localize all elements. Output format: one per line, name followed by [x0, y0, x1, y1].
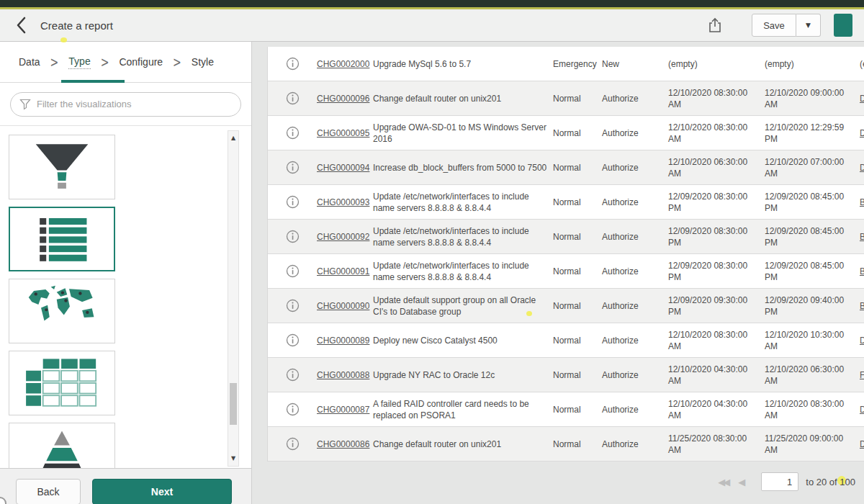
info-icon[interactable]: [286, 333, 300, 347]
viz-type-map[interactable]: [9, 279, 115, 343]
back-button[interactable]: Back: [16, 479, 81, 504]
save-dropdown-button[interactable]: ▼: [796, 14, 821, 37]
table-row[interactable]: CHG0002000 Upgrade MySql 5.6 to 5.7 Emer…: [268, 47, 864, 81]
scroll-down-icon[interactable]: ▼: [228, 453, 238, 464]
state-cell: Authorize: [602, 400, 660, 420]
assignee-link[interactable]: Dav: [860, 439, 864, 449]
table-row[interactable]: CHG0000095 Upgrade OWA-SD-01 to MS Windo…: [268, 116, 864, 150]
info-icon[interactable]: [286, 437, 300, 451]
pyramid-chart-icon: [17, 427, 107, 468]
change-number-link[interactable]: CHG0000089: [317, 336, 369, 346]
table-row[interactable]: CHG0000090 Update default support group …: [268, 289, 864, 323]
share-button[interactable]: [704, 14, 726, 36]
state-cell: New: [602, 54, 660, 74]
assigned-to-cell: Dav: [854, 123, 864, 143]
assignee-link[interactable]: (empty): [860, 59, 864, 69]
save-button[interactable]: Save: [752, 14, 796, 37]
viz-type-heatmap[interactable]: [9, 351, 115, 415]
back-arrow-button[interactable]: [12, 16, 30, 35]
first-page-icon[interactable]: ◀◀: [718, 477, 728, 487]
step-data[interactable]: Data: [19, 56, 40, 68]
row-info-cell: [268, 294, 317, 317]
visualization-filter[interactable]: [10, 92, 241, 117]
row-range-label: to 20 of 100: [806, 477, 855, 487]
change-number-link[interactable]: CHG0002000: [317, 59, 369, 69]
info-icon[interactable]: [286, 402, 300, 416]
assigned-to-cell: Dav: [854, 158, 864, 178]
table-row[interactable]: CHG0000091 Update /etc/network/interface…: [268, 254, 864, 289]
assignee-link[interactable]: Bow: [860, 197, 864, 207]
assignee-link[interactable]: Bow: [860, 266, 864, 276]
change-number-link[interactable]: CHG0000095: [317, 128, 369, 138]
primary-action-button-partial[interactable]: [834, 14, 852, 37]
scrollbar-thumb[interactable]: [230, 383, 237, 425]
change-number-link[interactable]: CHG0000087: [317, 405, 369, 415]
state-cell: Authorize: [602, 123, 660, 143]
previous-page-icon[interactable]: ◀: [738, 477, 745, 487]
info-icon[interactable]: [286, 57, 300, 71]
info-icon[interactable]: [286, 368, 300, 382]
change-table: CHG0002000 Upgrade MySql 5.6 to 5.7 Emer…: [267, 47, 864, 462]
sidebar-scrollbar[interactable]: ▲ ▼: [228, 130, 239, 467]
viz-type-funnel[interactable]: [9, 135, 115, 199]
assignee-link[interactable]: Dav: [860, 405, 864, 415]
priority-cell: Normal: [553, 330, 602, 351]
info-icon[interactable]: [286, 126, 300, 140]
row-info-cell: [268, 122, 317, 144]
info-icon[interactable]: [286, 195, 300, 209]
info-icon[interactable]: [286, 264, 300, 278]
step-style[interactable]: Style: [192, 56, 214, 68]
assignee-link[interactable]: Fre: [860, 370, 864, 380]
planned-start-cell: 12/10/2020 04:30:00 AM: [660, 359, 759, 391]
change-number-link[interactable]: CHG0000094: [317, 163, 369, 173]
funnel-chart-icon: [17, 139, 107, 195]
page-number-input[interactable]: [761, 472, 798, 491]
info-icon[interactable]: [286, 299, 300, 312]
info-icon[interactable]: [286, 161, 300, 174]
state-cell: Authorize: [602, 365, 660, 385]
change-number-link[interactable]: CHG0000088: [317, 370, 369, 380]
table-row[interactable]: CHG0000089 Deploy new Cisco Catalyst 450…: [268, 323, 864, 358]
change-number-cell: CHG0000093: [317, 192, 373, 212]
priority-cell: Normal: [553, 89, 602, 109]
assignee-link[interactable]: Dav: [860, 128, 864, 138]
scroll-up-icon[interactable]: ▲: [228, 132, 238, 144]
assignee-link[interactable]: Dav: [860, 163, 864, 173]
change-number-link[interactable]: CHG0000086: [317, 439, 369, 449]
change-number-cell: CHG0000092: [317, 227, 373, 247]
table-row[interactable]: CHG0000088 Upgrade NY RAC to Oracle 12c …: [268, 358, 864, 392]
change-number-link[interactable]: CHG0000093: [317, 197, 369, 207]
row-info-cell: [268, 260, 317, 282]
table-row[interactable]: CHG0000087 A failed RAID controller card…: [268, 392, 864, 427]
viz-type-pyramid[interactable]: [9, 423, 115, 468]
help-icon-partial: [0, 497, 6, 504]
info-icon[interactable]: [286, 230, 300, 243]
chevron-right-icon: >: [50, 54, 59, 70]
next-button[interactable]: Next: [92, 479, 232, 504]
assignee-link[interactable]: Bow: [860, 301, 864, 311]
short-description-cell: Change default router on unix201: [373, 434, 553, 454]
change-number-link[interactable]: CHG0000096: [317, 94, 369, 104]
assigned-to-cell: Dav: [854, 434, 864, 454]
change-number-link[interactable]: CHG0000092: [317, 232, 369, 242]
change-number-link[interactable]: CHG0000091: [317, 266, 369, 276]
row-info-cell: [268, 191, 317, 213]
info-icon[interactable]: [286, 91, 300, 105]
change-number-link[interactable]: CHG0000090: [317, 301, 369, 311]
table-row[interactable]: CHG0000096 Change default router on unix…: [268, 81, 864, 116]
table-row[interactable]: CHG0000094 Increase db_block_buffers fro…: [268, 150, 864, 185]
list-chart-icon: [17, 211, 107, 267]
table-row[interactable]: CHG0000092 Update /etc/network/interface…: [268, 220, 864, 254]
table-row[interactable]: CHG0000093 Update /etc/network/interface…: [268, 185, 864, 220]
short-description-cell: Deploy new Cisco Catalyst 4500: [373, 330, 553, 351]
filter-input[interactable]: [37, 99, 232, 109]
viz-type-list[interactable]: [9, 207, 115, 271]
step-configure[interactable]: Configure: [119, 56, 163, 68]
assignee-link[interactable]: Dav: [860, 336, 864, 346]
table-row[interactable]: CHG0000086 Change default router on unix…: [268, 427, 864, 462]
state-cell: Authorize: [602, 330, 660, 351]
assignee-link[interactable]: Dav: [860, 94, 864, 104]
step-type[interactable]: Type: [68, 55, 90, 69]
assignee-link[interactable]: Bow: [860, 232, 864, 242]
change-number-cell: CHG0000095: [317, 123, 373, 143]
